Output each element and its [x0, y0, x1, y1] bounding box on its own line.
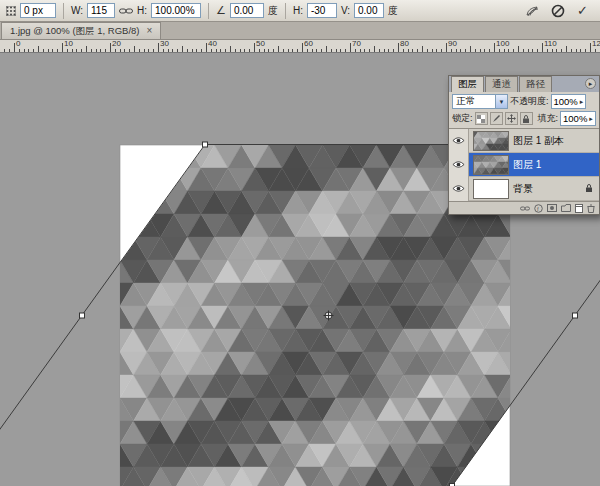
ruler-tick [523, 49, 524, 52]
tab-paths[interactable]: 路径 [519, 76, 552, 92]
ruler-tick [552, 49, 553, 52]
reference-point-icon[interactable] [6, 6, 16, 16]
tab-channels[interactable]: 通道 [485, 76, 518, 92]
ruler-tick [336, 49, 337, 52]
layer-list: 图层 1 副本 图层 1 背景 [449, 128, 599, 201]
opacity-input[interactable]: 100% ▸ [551, 94, 587, 109]
layers-panel-footer: f [449, 201, 599, 214]
lock-all-icon[interactable] [520, 112, 533, 125]
cancel-transform-icon[interactable] [551, 4, 565, 18]
position-input[interactable]: 0 px [20, 3, 56, 18]
ruler-tick [340, 49, 341, 52]
ruler-tick [100, 49, 101, 52]
ruler-tick [297, 49, 298, 52]
transform-handle[interactable] [203, 142, 208, 147]
visibility-toggle[interactable] [449, 153, 469, 177]
layer-row-layer1[interactable]: 图层 1 [449, 153, 599, 177]
ruler-number: 120 [592, 40, 600, 48]
ruler-number: 70 [352, 40, 361, 48]
close-icon[interactable]: × [147, 26, 153, 36]
lock-position-icon[interactable] [505, 112, 518, 125]
layer-thumbnail[interactable] [473, 179, 509, 199]
ruler-number: 100 [496, 40, 509, 48]
ruler-number: 60 [304, 40, 313, 48]
ruler-tick [81, 49, 82, 52]
ruler-tick [91, 49, 92, 52]
ruler-tick [379, 49, 380, 52]
ruler-tick [168, 49, 169, 52]
skew-h-input[interactable]: -30 [307, 3, 337, 18]
layer-name: 图层 1 副本 [513, 134, 564, 148]
ruler-tick [528, 49, 529, 52]
ruler-tick [24, 49, 25, 52]
layer-mask-icon[interactable] [547, 204, 557, 212]
fill-input[interactable]: 100% ▸ [560, 111, 596, 126]
rotate-input[interactable]: 0.00 [230, 3, 264, 18]
link-dimensions-icon[interactable] [119, 7, 133, 15]
svg-text:f: f [537, 206, 539, 212]
layer-thumbnail[interactable] [473, 131, 509, 151]
skew-v-input[interactable]: 0.00 [354, 3, 384, 18]
ruler-tick [374, 46, 375, 52]
commit-transform-icon[interactable]: ✓ [577, 3, 588, 18]
ruler-tick [360, 49, 361, 52]
ruler-tick [350, 43, 351, 52]
ruler-tick [144, 49, 145, 52]
ruler-tick [408, 49, 409, 52]
ruler-tick [446, 43, 447, 52]
tab-layers[interactable]: 图层 [451, 76, 484, 92]
layer-style-icon[interactable]: f [534, 204, 543, 213]
ruler-tick [499, 49, 500, 52]
ruler-tick [14, 43, 15, 52]
ruler-tick [590, 43, 591, 52]
delete-layer-icon[interactable] [587, 204, 595, 213]
ruler-tick [4, 49, 5, 52]
ruler-tick [187, 49, 188, 52]
ruler-tick [542, 43, 543, 52]
layer-row-layer1-copy[interactable]: 图层 1 副本 [449, 129, 599, 153]
new-layer-icon[interactable] [575, 204, 583, 213]
ruler-tick [129, 49, 130, 52]
layer-row-background[interactable]: 背景 [449, 177, 599, 201]
layers-panel: 图层 通道 路径 ▸ 正常 ▼ 不透明度: 100% ▸ 锁定: [448, 75, 600, 215]
panel-menu-icon[interactable]: ▸ [585, 78, 596, 89]
ruler-number: 90 [448, 40, 457, 48]
ruler-tick [388, 49, 389, 52]
horizontal-ruler[interactable]: 0102030405060708090100110120 [0, 40, 600, 53]
ruler-tick [427, 49, 428, 52]
ruler-tick [33, 49, 34, 52]
ruler-tick [225, 49, 226, 52]
document-tab[interactable]: 1.jpg @ 100% (图层 1, RGB/8) × [1, 22, 161, 39]
new-group-icon[interactable] [561, 204, 571, 212]
slider-arrow-icon[interactable]: ▸ [589, 115, 593, 123]
ruler-tick [441, 49, 442, 52]
chevron-down-icon[interactable]: ▼ [495, 95, 507, 108]
blend-mode-row: 正常 ▼ 不透明度: 100% ▸ [449, 92, 599, 111]
slider-arrow-icon[interactable]: ▸ [580, 98, 584, 106]
visibility-toggle[interactable] [449, 177, 469, 201]
link-layers-icon[interactable] [520, 205, 530, 212]
lock-pixels-icon[interactable] [490, 112, 503, 125]
ruler-tick [96, 49, 97, 52]
ruler-tick [547, 49, 548, 52]
document-tab-bar: 1.jpg @ 100% (图层 1, RGB/8) × [0, 22, 600, 40]
ruler-tick [76, 49, 77, 52]
blend-mode-select[interactable]: 正常 ▼ [452, 94, 508, 109]
separator [208, 3, 209, 19]
ruler-tick [345, 49, 346, 52]
layer-thumbnail[interactable] [473, 155, 509, 175]
ruler-tick [355, 49, 356, 52]
width-input[interactable]: 115 [87, 3, 115, 18]
warp-mode-toggle-icon[interactable] [525, 5, 539, 17]
ruler-tick [216, 49, 217, 52]
ruler-tick [460, 49, 461, 52]
ruler-tick [120, 49, 121, 52]
ruler-tick [475, 49, 476, 52]
visibility-toggle[interactable] [449, 129, 469, 153]
lock-transparency-icon[interactable] [475, 112, 488, 125]
transform-handle[interactable] [573, 313, 578, 318]
rotate-degree-label: 度 [268, 4, 278, 18]
transform-handle[interactable] [80, 313, 85, 318]
ruler-tick [393, 49, 394, 52]
height-input[interactable]: 100.00% [151, 3, 201, 18]
